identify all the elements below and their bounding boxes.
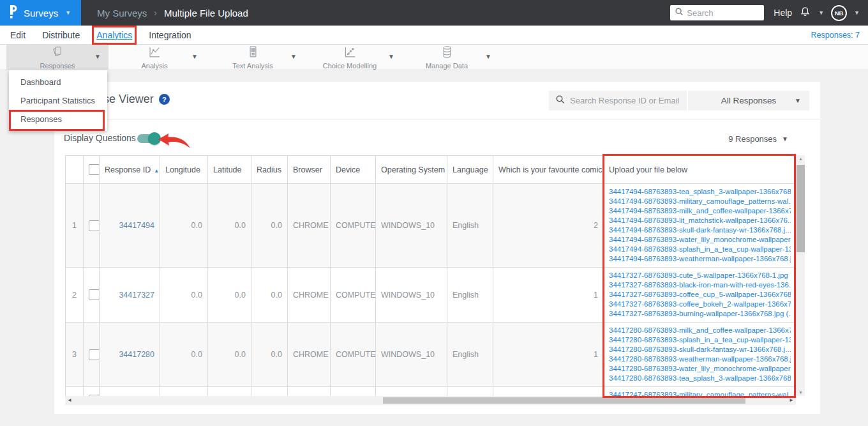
file-link[interactable]: 34417280-68763893-weatherman-wallpaper-1… (609, 354, 791, 364)
display-questions-toggle[interactable] (137, 134, 159, 143)
notifications-caret-icon[interactable]: ▼ (818, 10, 824, 16)
file-link[interactable]: 34417494-68763893-weatherman-wallpaper-1… (609, 254, 791, 264)
global-search[interactable] (670, 5, 764, 20)
toolbar-caret-responses[interactable]: ▼ (94, 53, 101, 60)
col-header-radius[interactable]: Radius (251, 156, 288, 184)
chevron-down-icon: ▼ (795, 97, 801, 104)
operating-system-cell: WINDOWS_10 (376, 323, 447, 387)
notifications-bell-icon[interactable] (799, 6, 811, 20)
responses-per-page-dropdown[interactable]: 9 Responses ▼ (728, 134, 788, 144)
row-number-cell: 1 (66, 184, 84, 268)
horizontal-scrollbar[interactable]: ◄ ► (65, 396, 796, 405)
row-checkbox[interactable] (89, 289, 100, 300)
divider (54, 119, 820, 119)
response-id-link[interactable]: 34417494 (100, 184, 160, 268)
file-link[interactable]: 34417280-68763893-water_lily_monochrome-… (609, 364, 791, 374)
file-link[interactable]: 34417280-68763893-skull-dark-fantasy-wr-… (609, 345, 791, 354)
tab-integration[interactable]: Integration (149, 30, 191, 40)
menu-item-participant-statistics[interactable]: Participant Statistics (9, 91, 107, 110)
scroll-up-icon[interactable]: ▲ (797, 156, 805, 161)
toolbar-item-manage-data[interactable]: Manage Data (408, 45, 485, 70)
file-link[interactable]: 34417280-68763893-splash_in_a_tea_cup-wa… (609, 335, 791, 345)
file-link[interactable]: 34417247-68763893-military_camouflage_pa… (609, 390, 791, 396)
device-cell: COMPUTER (331, 268, 376, 323)
file-link[interactable]: 34417280-68763893-milk_and_coffee-wallpa… (609, 326, 791, 335)
file-link[interactable]: 34417494-68763893-tea_splash_3-wallpaper… (609, 187, 791, 197)
longitude-cell (160, 387, 208, 397)
responses-table: Response ID▲LongitudeLatitudeRadiusBrows… (65, 155, 796, 396)
menu-item-responses[interactable]: Responses (9, 110, 107, 128)
row-checkbox[interactable] (89, 349, 100, 360)
file-link[interactable]: 34417494-68763893-milk_and_coffee-wallpa… (609, 206, 791, 216)
col-header-operating-system[interactable]: Operating System (376, 156, 447, 184)
tab-edit[interactable]: Edit (10, 30, 26, 40)
questionpro-logo-icon (8, 5, 18, 21)
col-header-latitude[interactable]: Latitude (208, 156, 251, 184)
toolbar-caret-choice-modelling[interactable]: ▼ (388, 53, 394, 60)
global-search-input[interactable] (687, 8, 760, 18)
browser-cell (288, 387, 331, 397)
tab-analytics[interactable]: Analytics (96, 30, 132, 40)
select-all-header[interactable] (84, 156, 100, 184)
favourite-comics-cell (493, 387, 604, 397)
product-switcher-label: Surveys (24, 8, 58, 19)
file-link[interactable]: 34417280-68763893-tea_splash_3-wallpaper… (609, 374, 791, 383)
row-checkbox[interactable] (89, 220, 100, 231)
toolbar-caret-text-analysis[interactable]: ▼ (290, 53, 297, 60)
col-header-browser[interactable]: Browser (288, 156, 331, 184)
scroll-right-icon[interactable]: ► (789, 397, 794, 403)
file-link[interactable]: 34417494-68763893-splash_in_a_tea_cup-wa… (609, 245, 791, 254)
uploaded-files-cell: 34417247-68763893-military_camouflage_pa… (604, 387, 797, 397)
file-link[interactable]: 34417327-68763893-coffee_bokeh_2-wallpap… (609, 300, 791, 309)
file-link[interactable]: 34417494-68763893-lit_matchstick-wallpap… (609, 216, 791, 225)
file-link[interactable]: 34417327-68763893-coffee_cup_5-wallpaper… (609, 290, 791, 300)
file-link[interactable]: 34417327-68763893-cute_5-wallpaper-1366x… (609, 271, 791, 280)
response-search[interactable] (549, 91, 687, 110)
file-link[interactable]: 34417327-68763893-burning-wallpaper-1366… (609, 309, 791, 319)
language-cell: English (447, 268, 493, 323)
file-link[interactable]: 34417494-68763893-military_camouflage_pa… (609, 197, 791, 206)
col-header-response-id[interactable]: Response ID▲ (100, 156, 160, 184)
product-switcher[interactable]: Surveys ▼ (0, 0, 81, 26)
menu-item-dashboard[interactable]: Dashboard (9, 73, 107, 91)
select-all-checkbox[interactable] (89, 164, 100, 175)
language-cell: English (447, 184, 493, 268)
account-caret-icon[interactable]: ▼ (854, 10, 860, 16)
pages-icon (51, 45, 64, 61)
avatar[interactable]: NB (831, 5, 847, 21)
toolbar-caret-analysis[interactable]: ▼ (191, 53, 198, 60)
row-number-header[interactable] (66, 156, 84, 184)
tab-distribute[interactable]: Distribute (42, 30, 80, 40)
response-search-input[interactable] (570, 96, 680, 105)
vertical-scroll-thumb[interactable] (797, 165, 805, 252)
vertical-scrollbar[interactable]: ▲ ▼ (797, 155, 805, 396)
help-icon[interactable]: ? (159, 94, 170, 105)
col-header-language[interactable]: Language (447, 156, 493, 184)
toolbar-item-choice-modelling[interactable]: Choice Modelling (308, 45, 391, 70)
file-link[interactable]: 34417327-68763893-black-iron-man-with-re… (609, 280, 791, 290)
breadcrumb-my-surveys[interactable]: My Surveys (97, 8, 147, 19)
scroll-left-icon[interactable]: ◄ (67, 397, 72, 403)
response-filter-dropdown[interactable]: All Responses ▼ (688, 91, 809, 110)
horizontal-scroll-thumb[interactable] (383, 397, 745, 404)
help-link[interactable]: Help (774, 8, 792, 18)
response-id-link[interactable] (100, 387, 160, 397)
toolbar-item-analysis[interactable]: Analysis (123, 45, 186, 70)
file-link[interactable]: 34417494-68763893-water_lily_monochrome-… (609, 235, 791, 245)
response-id-link[interactable]: 34417327 (100, 268, 160, 323)
table-row: 3344172800.00.00.0CHROMECOMPUTERWINDOWS_… (66, 323, 797, 387)
col-header-longitude[interactable]: Longitude (160, 156, 208, 184)
col-header-upload-your-file-below[interactable]: Upload your file below (604, 156, 797, 184)
file-link[interactable]: 34417494-68763893-skull-dark-fantasy-wr-… (609, 225, 791, 235)
response-id-link[interactable]: 34417280 (100, 323, 160, 387)
table-row: 34417247-68763893-military_camouflage_pa… (66, 387, 797, 397)
line-chart-icon (148, 45, 161, 61)
toolbar-item-responses[interactable]: Responses (6, 45, 108, 70)
scroll-down-icon[interactable]: ▼ (797, 390, 805, 395)
toolbar-item-text-analysis[interactable]: Text Analysis (218, 45, 288, 70)
responses-count[interactable]: Responses: 7 (811, 31, 860, 40)
col-header-which-is-your-favourite-comics[interactable]: Which is your favourite comics? (493, 156, 604, 184)
col-header-device[interactable]: Device (331, 156, 376, 184)
device-cell (331, 387, 376, 397)
toolbar-caret-manage-data[interactable]: ▼ (485, 53, 491, 60)
